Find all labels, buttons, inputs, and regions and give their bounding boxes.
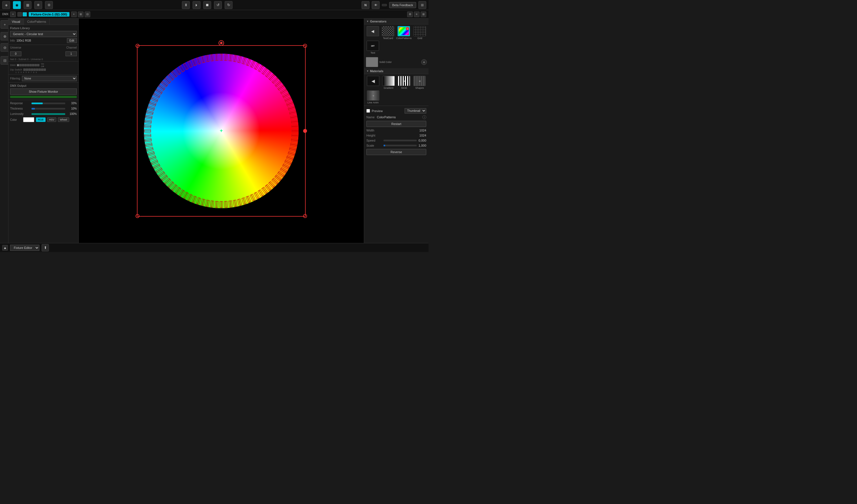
thumbnail-select[interactable]: Thumbnail xyxy=(405,108,426,114)
solid-color-thumb[interactable] xyxy=(366,57,378,67)
preview-row: Preview Thumbnail xyxy=(366,108,426,114)
tab-colorpatterns[interactable]: ColorPatterns xyxy=(24,19,50,25)
zoom-out-icon[interactable]: ⊖ xyxy=(1,43,9,52)
gen-item-testcard[interactable]: TestCard xyxy=(381,26,395,40)
settings-icon[interactable]: ⚙ xyxy=(45,1,53,9)
stop-button[interactable]: ⏹ xyxy=(203,1,211,9)
fixture-lock-button[interactable] xyxy=(22,12,27,17)
tab-visual[interactable]: Visual xyxy=(9,19,24,25)
mat-item-shapes[interactable]: ◀ Shapes xyxy=(413,76,427,89)
fixture-icon[interactable]: ◉ xyxy=(13,1,21,9)
align-icon[interactable]: ⊟ xyxy=(1,56,9,65)
dip-sq-8[interactable] xyxy=(41,69,43,71)
response-track[interactable] xyxy=(32,103,65,104)
restart-button[interactable]: Restart xyxy=(366,121,426,127)
dip-num-9: 9 xyxy=(35,71,37,73)
mat-item-gradient[interactable]: Gradient xyxy=(381,76,396,89)
export-icon[interactable]: ⊞ xyxy=(418,1,426,9)
mat-thumb-shapes[interactable]: ◀ xyxy=(413,76,426,86)
resolution-selector[interactable] xyxy=(382,4,387,6)
fixture-expand-button[interactable]: ⊞ xyxy=(78,12,84,17)
zoom-in-icon[interactable]: ⊕ xyxy=(1,32,9,40)
handle-tr[interactable] xyxy=(303,44,307,48)
mat-thumb-strob[interactable]: ◀ xyxy=(398,76,410,86)
mat-item-strob[interactable]: ◀ Strob xyxy=(397,76,411,89)
mat-arrow-icon: ◀ xyxy=(371,79,375,84)
top-handle[interactable] xyxy=(218,40,224,46)
gen-item-arrow[interactable]: ◀ xyxy=(366,26,380,40)
effects-icon[interactable]: ❋ xyxy=(34,1,42,9)
dip-sq-7[interactable] xyxy=(38,69,41,71)
channel-input[interactable] xyxy=(66,51,77,56)
dip-sq-1[interactable] xyxy=(23,69,26,71)
settings-icon-small[interactable]: ⚙ xyxy=(407,12,413,17)
dip-sq-2[interactable] xyxy=(26,69,28,71)
beta-feedback-button[interactable]: Beta Feedback xyxy=(389,2,416,8)
dip-squares xyxy=(23,69,46,71)
mat-item-lineanim[interactable]: ◀ Line Anim xyxy=(366,90,380,104)
color-swatch[interactable] xyxy=(23,117,34,122)
wheel-button[interactable]: Wheel xyxy=(58,118,69,122)
play-button[interactable]: ⏵ xyxy=(192,1,200,9)
generators-arrow[interactable]: ▼ xyxy=(366,20,369,23)
universe-input[interactable] xyxy=(10,51,21,56)
dip-num-5: 5 xyxy=(25,71,27,73)
handle-tl[interactable] xyxy=(136,44,139,48)
mat-thumb-arrow[interactable]: ◀ xyxy=(367,76,379,86)
thickness-value: 10% xyxy=(67,107,77,110)
mat-thumb-lineanim[interactable]: ◀ xyxy=(367,90,379,101)
scale-label: Scale xyxy=(366,144,382,147)
gen-item-text[interactable]: iXT Text xyxy=(366,41,380,54)
dip-sq-3[interactable] xyxy=(29,69,31,71)
handle-r[interactable] xyxy=(303,129,307,133)
gen-thumb-testcard[interactable] xyxy=(382,26,394,36)
fixture-more-button[interactable]: ⊟ xyxy=(85,12,90,17)
fixture-editor-select[interactable]: Fixture Editor xyxy=(10,245,39,251)
rgb-button[interactable]: RGB xyxy=(36,118,46,122)
export-button[interactable]: ⬆ xyxy=(41,244,49,251)
dip-sq-5[interactable] xyxy=(33,69,36,71)
dip-sq-6[interactable] xyxy=(36,69,38,71)
list-view-button[interactable]: ≡ xyxy=(414,12,420,17)
app-icon[interactable]: ◈ xyxy=(2,1,10,9)
scale-bar[interactable] xyxy=(384,145,417,146)
gen-item-colorpattern[interactable]: 1 ColorPatterns xyxy=(396,26,411,40)
gen-thumb-grid[interactable] xyxy=(414,26,426,36)
mat-item-arrow[interactable]: ◀ xyxy=(366,76,380,89)
gen-thumb-text[interactable]: iXT xyxy=(367,41,379,51)
handle-br[interactable] xyxy=(303,214,307,218)
rewind-button[interactable]: ↺ xyxy=(214,1,222,9)
filtering-select[interactable]: None xyxy=(22,76,77,81)
edit-button[interactable]: Edit xyxy=(67,38,77,43)
gen-arrow-icon[interactable]: ◀ xyxy=(367,26,379,36)
bottom-arrow-up[interactable]: ▲ xyxy=(2,245,8,250)
reverse-button[interactable]: Reverse xyxy=(366,149,426,155)
fixture-add-button[interactable]: + xyxy=(71,12,77,17)
grid-view-button[interactable]: ⊞ xyxy=(421,12,426,17)
fixture-library-select[interactable]: Generic - Circular test xyxy=(10,31,77,37)
preview-toggle[interactable]: 👁 xyxy=(372,1,380,9)
pause-button[interactable]: ⏸ xyxy=(182,1,190,9)
thickness-track[interactable] xyxy=(32,108,65,109)
luminosity-track[interactable] xyxy=(32,113,65,115)
preview-checkbox[interactable] xyxy=(366,109,370,112)
fixture-toggle-button[interactable] xyxy=(17,12,22,17)
forward-button[interactable]: ↻ xyxy=(225,1,233,9)
dip-sq-9[interactable] xyxy=(44,69,46,71)
gen-thumb-colorpattern[interactable]: 1 xyxy=(398,26,410,36)
dip-sq-4[interactable] xyxy=(31,69,33,71)
media-icon[interactable]: ▦ xyxy=(23,1,32,9)
materials-header: ▼ Materials xyxy=(364,68,428,74)
speed-bar[interactable] xyxy=(384,140,417,141)
show-fixture-monitor-button[interactable]: Show Fixture Monitor xyxy=(10,88,77,95)
add-fixture-button[interactable]: + xyxy=(10,12,16,17)
color-wheel-svg[interactable]: + xyxy=(140,49,303,212)
info-icon[interactable]: i xyxy=(422,115,426,119)
handle-bl[interactable] xyxy=(136,214,139,218)
materials-arrow[interactable]: ▼ xyxy=(366,70,369,72)
add-generator-button[interactable]: + xyxy=(421,59,427,65)
add-fixture-icon[interactable]: + xyxy=(1,20,9,29)
hsv-button[interactable]: HSV xyxy=(47,118,56,122)
gen-item-grid[interactable]: Grid xyxy=(413,26,427,40)
mat-thumb-gradient[interactable] xyxy=(382,76,395,86)
